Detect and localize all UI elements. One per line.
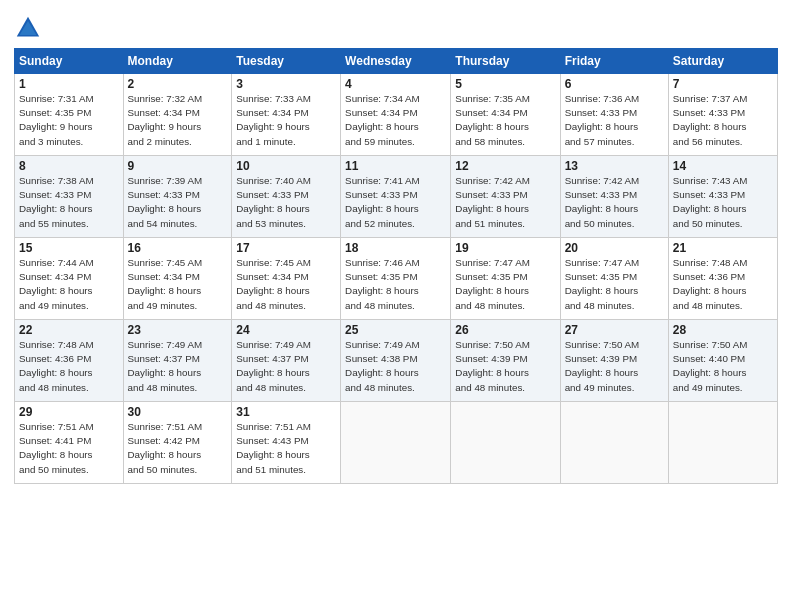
calendar-day-cell: 2Sunrise: 7:32 AM Sunset: 4:34 PM Daylig… [123, 74, 232, 156]
day-info: Sunrise: 7:35 AM Sunset: 4:34 PM Dayligh… [455, 92, 555, 149]
day-info: Sunrise: 7:49 AM Sunset: 4:37 PM Dayligh… [128, 338, 228, 395]
calendar-table: SundayMondayTuesdayWednesdayThursdayFrid… [14, 48, 778, 484]
day-number: 23 [128, 323, 228, 337]
calendar-day-cell: 4Sunrise: 7:34 AM Sunset: 4:34 PM Daylig… [341, 74, 451, 156]
logo [14, 14, 46, 42]
day-number: 11 [345, 159, 446, 173]
calendar-day-cell: 22Sunrise: 7:48 AM Sunset: 4:36 PM Dayli… [15, 320, 124, 402]
day-number: 19 [455, 241, 555, 255]
day-number: 5 [455, 77, 555, 91]
day-info: Sunrise: 7:44 AM Sunset: 4:34 PM Dayligh… [19, 256, 119, 313]
calendar-week-row: 15Sunrise: 7:44 AM Sunset: 4:34 PM Dayli… [15, 238, 778, 320]
calendar-header-cell: Sunday [15, 49, 124, 74]
day-info: Sunrise: 7:47 AM Sunset: 4:35 PM Dayligh… [565, 256, 664, 313]
calendar-day-cell: 25Sunrise: 7:49 AM Sunset: 4:38 PM Dayli… [341, 320, 451, 402]
day-number: 2 [128, 77, 228, 91]
calendar-body: 1Sunrise: 7:31 AM Sunset: 4:35 PM Daylig… [15, 74, 778, 484]
calendar-day-cell: 30Sunrise: 7:51 AM Sunset: 4:42 PM Dayli… [123, 402, 232, 484]
day-number: 24 [236, 323, 336, 337]
day-info: Sunrise: 7:36 AM Sunset: 4:33 PM Dayligh… [565, 92, 664, 149]
day-number: 3 [236, 77, 336, 91]
day-info: Sunrise: 7:47 AM Sunset: 4:35 PM Dayligh… [455, 256, 555, 313]
day-number: 22 [19, 323, 119, 337]
calendar-day-cell: 23Sunrise: 7:49 AM Sunset: 4:37 PM Dayli… [123, 320, 232, 402]
calendar-header-row: SundayMondayTuesdayWednesdayThursdayFrid… [15, 49, 778, 74]
day-number: 31 [236, 405, 336, 419]
day-number: 16 [128, 241, 228, 255]
day-info: Sunrise: 7:34 AM Sunset: 4:34 PM Dayligh… [345, 92, 446, 149]
day-info: Sunrise: 7:38 AM Sunset: 4:33 PM Dayligh… [19, 174, 119, 231]
day-info: Sunrise: 7:49 AM Sunset: 4:38 PM Dayligh… [345, 338, 446, 395]
day-number: 25 [345, 323, 446, 337]
calendar-day-cell: 17Sunrise: 7:45 AM Sunset: 4:34 PM Dayli… [232, 238, 341, 320]
calendar-day-cell: 14Sunrise: 7:43 AM Sunset: 4:33 PM Dayli… [668, 156, 777, 238]
calendar-week-row: 8Sunrise: 7:38 AM Sunset: 4:33 PM Daylig… [15, 156, 778, 238]
calendar-day-cell: 10Sunrise: 7:40 AM Sunset: 4:33 PM Dayli… [232, 156, 341, 238]
calendar-day-cell [451, 402, 560, 484]
calendar-day-cell: 6Sunrise: 7:36 AM Sunset: 4:33 PM Daylig… [560, 74, 668, 156]
calendar-day-cell: 11Sunrise: 7:41 AM Sunset: 4:33 PM Dayli… [341, 156, 451, 238]
day-info: Sunrise: 7:49 AM Sunset: 4:37 PM Dayligh… [236, 338, 336, 395]
day-info: Sunrise: 7:50 AM Sunset: 4:40 PM Dayligh… [673, 338, 773, 395]
calendar-day-cell: 5Sunrise: 7:35 AM Sunset: 4:34 PM Daylig… [451, 74, 560, 156]
calendar-day-cell: 21Sunrise: 7:48 AM Sunset: 4:36 PM Dayli… [668, 238, 777, 320]
day-info: Sunrise: 7:33 AM Sunset: 4:34 PM Dayligh… [236, 92, 336, 149]
day-number: 20 [565, 241, 664, 255]
calendar-header-cell: Monday [123, 49, 232, 74]
day-info: Sunrise: 7:37 AM Sunset: 4:33 PM Dayligh… [673, 92, 773, 149]
day-number: 7 [673, 77, 773, 91]
day-number: 29 [19, 405, 119, 419]
day-info: Sunrise: 7:48 AM Sunset: 4:36 PM Dayligh… [19, 338, 119, 395]
calendar-day-cell [560, 402, 668, 484]
calendar-header-cell: Thursday [451, 49, 560, 74]
day-info: Sunrise: 7:42 AM Sunset: 4:33 PM Dayligh… [455, 174, 555, 231]
header [14, 10, 778, 42]
calendar-day-cell: 13Sunrise: 7:42 AM Sunset: 4:33 PM Dayli… [560, 156, 668, 238]
calendar-day-cell: 8Sunrise: 7:38 AM Sunset: 4:33 PM Daylig… [15, 156, 124, 238]
page-container: SundayMondayTuesdayWednesdayThursdayFrid… [0, 0, 792, 492]
calendar-day-cell: 31Sunrise: 7:51 AM Sunset: 4:43 PM Dayli… [232, 402, 341, 484]
calendar-week-row: 1Sunrise: 7:31 AM Sunset: 4:35 PM Daylig… [15, 74, 778, 156]
day-info: Sunrise: 7:51 AM Sunset: 4:42 PM Dayligh… [128, 420, 228, 477]
day-info: Sunrise: 7:41 AM Sunset: 4:33 PM Dayligh… [345, 174, 446, 231]
day-number: 13 [565, 159, 664, 173]
day-number: 28 [673, 323, 773, 337]
day-info: Sunrise: 7:32 AM Sunset: 4:34 PM Dayligh… [128, 92, 228, 149]
calendar-day-cell [668, 402, 777, 484]
day-number: 17 [236, 241, 336, 255]
calendar-header-cell: Saturday [668, 49, 777, 74]
calendar-day-cell: 1Sunrise: 7:31 AM Sunset: 4:35 PM Daylig… [15, 74, 124, 156]
day-number: 27 [565, 323, 664, 337]
day-number: 21 [673, 241, 773, 255]
day-info: Sunrise: 7:39 AM Sunset: 4:33 PM Dayligh… [128, 174, 228, 231]
calendar-day-cell: 27Sunrise: 7:50 AM Sunset: 4:39 PM Dayli… [560, 320, 668, 402]
day-info: Sunrise: 7:31 AM Sunset: 4:35 PM Dayligh… [19, 92, 119, 149]
calendar-day-cell: 3Sunrise: 7:33 AM Sunset: 4:34 PM Daylig… [232, 74, 341, 156]
calendar-header-cell: Wednesday [341, 49, 451, 74]
calendar-day-cell: 18Sunrise: 7:46 AM Sunset: 4:35 PM Dayli… [341, 238, 451, 320]
calendar-day-cell [341, 402, 451, 484]
day-number: 8 [19, 159, 119, 173]
day-info: Sunrise: 7:51 AM Sunset: 4:43 PM Dayligh… [236, 420, 336, 477]
calendar-day-cell: 9Sunrise: 7:39 AM Sunset: 4:33 PM Daylig… [123, 156, 232, 238]
day-info: Sunrise: 7:45 AM Sunset: 4:34 PM Dayligh… [128, 256, 228, 313]
day-number: 14 [673, 159, 773, 173]
day-number: 26 [455, 323, 555, 337]
calendar-day-cell: 29Sunrise: 7:51 AM Sunset: 4:41 PM Dayli… [15, 402, 124, 484]
day-info: Sunrise: 7:50 AM Sunset: 4:39 PM Dayligh… [565, 338, 664, 395]
day-info: Sunrise: 7:42 AM Sunset: 4:33 PM Dayligh… [565, 174, 664, 231]
day-info: Sunrise: 7:50 AM Sunset: 4:39 PM Dayligh… [455, 338, 555, 395]
day-number: 30 [128, 405, 228, 419]
day-number: 12 [455, 159, 555, 173]
calendar-day-cell: 7Sunrise: 7:37 AM Sunset: 4:33 PM Daylig… [668, 74, 777, 156]
day-number: 4 [345, 77, 446, 91]
day-number: 6 [565, 77, 664, 91]
day-number: 10 [236, 159, 336, 173]
calendar-day-cell: 26Sunrise: 7:50 AM Sunset: 4:39 PM Dayli… [451, 320, 560, 402]
calendar-week-row: 22Sunrise: 7:48 AM Sunset: 4:36 PM Dayli… [15, 320, 778, 402]
day-number: 15 [19, 241, 119, 255]
day-info: Sunrise: 7:46 AM Sunset: 4:35 PM Dayligh… [345, 256, 446, 313]
day-info: Sunrise: 7:51 AM Sunset: 4:41 PM Dayligh… [19, 420, 119, 477]
calendar-day-cell: 24Sunrise: 7:49 AM Sunset: 4:37 PM Dayli… [232, 320, 341, 402]
calendar-day-cell: 19Sunrise: 7:47 AM Sunset: 4:35 PM Dayli… [451, 238, 560, 320]
